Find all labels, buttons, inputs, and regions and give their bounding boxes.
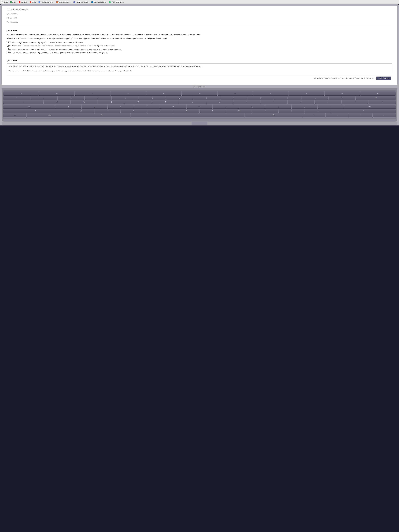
key-f7[interactable]: F7 [253,91,288,95]
key-6[interactable]: ^6 [166,96,193,100]
key-f6[interactable]: F6 [218,91,253,95]
key-f3[interactable]: F3 [110,91,146,95]
key-x[interactable]: X [95,109,120,113]
key-m[interactable]: M [226,109,252,113]
q4-checkbox-c[interactable] [7,48,9,50]
tab-import[interactable]: This is the Import... [108,1,124,3]
q4-option-a[interactable]: A. When a single force acts on a moving … [7,41,392,44]
key-u[interactable]: U [206,100,233,104]
q4-checkbox-a[interactable] [7,42,9,43]
key-e[interactable]: E [98,100,125,104]
apps-tab[interactable]: Apps [1,1,8,3]
key-q[interactable]: Q [44,100,70,104]
key-i[interactable]: I [233,100,260,104]
key-return[interactable]: return [344,105,396,108]
key-f10[interactable]: F10 [360,91,396,95]
key-ctrl[interactable]: ctrl [3,113,26,117]
qwerty-key-row: ⇥ Q W E R T Y U I O P {[ }] |\ [3,100,396,104]
key-caps[interactable]: caps [3,105,55,108]
student-a-radio[interactable] [7,13,9,15]
key-minus[interactable]: _- [302,96,328,100]
key-f1[interactable]: F1 [39,91,74,95]
q4-option-c[interactable]: C. When a single force acts on a moving … [7,48,392,51]
key-a[interactable]: A [55,105,81,108]
key-v[interactable]: V [147,109,173,113]
key-backspace[interactable]: ⌫ [356,96,396,100]
key-lbracket[interactable]: {[ [315,100,341,104]
q4-checkbox-b[interactable] [7,45,9,47]
key-comma[interactable]: <, [252,109,278,113]
key-2[interactable]: @2 [58,96,84,100]
student-b-option[interactable]: Student B [7,17,392,19]
student-c-option[interactable]: Student C [7,21,392,24]
key-command-right[interactable]: ⌘command [245,113,302,117]
tab-maps[interactable]: Maps [9,1,17,3]
key-8[interactable]: *8 [220,96,247,100]
key-3[interactable]: #3 [85,96,111,100]
key-l[interactable]: L [265,105,291,108]
key-equals[interactable]: += [329,96,355,100]
key-n[interactable]: N [200,109,226,113]
key-y[interactable]: Y [179,100,206,104]
key-shift-right[interactable]: ⇧ [331,109,396,113]
key-s[interactable]: S [82,105,108,108]
key-tilde[interactable]: ~` [3,96,30,100]
key-f5[interactable]: F5 [182,91,217,95]
key-f9[interactable]: F9 [325,91,360,95]
key-esc[interactable]: esc [3,91,39,95]
student-a-option[interactable]: Student A [7,13,392,15]
key-w[interactable]: W [71,100,97,104]
key-c[interactable]: C [121,109,147,113]
key-shift-left[interactable]: ⇧ [3,109,68,113]
tab-youtube[interactable]: YouTube [18,1,27,3]
student-c-radio[interactable] [7,21,9,23]
question-5-box: Your job, on these extension activities,… [7,63,392,74]
key-quote[interactable]: "' [318,105,344,108]
tab-gmail[interactable]: Gmail [29,1,37,3]
key-1[interactable]: !1 [31,96,57,100]
key-arrow-left[interactable]: ← [326,113,349,117]
q4-option-b[interactable]: B. When a single force acts on a moving … [7,44,392,47]
key-z[interactable]: Z [68,109,94,113]
key-o[interactable]: O [260,100,287,104]
key-rbracket[interactable]: }] [342,100,368,104]
key-f2[interactable]: F2 [75,91,110,95]
tab-sql[interactable]: SQL Participation... [91,1,107,3]
key-k[interactable]: K [239,105,265,108]
key-t[interactable]: T [152,100,179,104]
tab-andrew[interactable]: Andrew Yang on t... [38,1,54,3]
key-5[interactable]: %5 [139,96,166,100]
key-g[interactable]: G [160,105,186,108]
key-4[interactable]: $4 [112,96,138,100]
trackpad[interactable] [192,122,207,125]
key-ctrl-right[interactable]: ⌃ [302,113,325,117]
tab-type[interactable]: Type IPA phonetic... [73,1,89,3]
key-option[interactable]: option [27,113,73,117]
key-9[interactable]: (9 [247,96,274,100]
key-space[interactable] [131,113,245,117]
key-tab[interactable]: ⇥ [3,100,43,104]
key-b[interactable]: B [173,109,199,113]
key-0[interactable]: )0 [274,96,301,100]
key-h[interactable]: H [187,105,212,108]
key-arrow-updown[interactable]: ↑ ↓ [349,113,372,117]
key-7[interactable]: &7 [193,96,220,100]
key-f[interactable]: Ffn [134,105,160,108]
q4-checkbox-d[interactable] [7,52,9,53]
key-slash[interactable]: ?/ [305,109,331,113]
key-j[interactable]: J [213,105,239,108]
key-d[interactable]: D [108,105,134,108]
key-arrow-right[interactable]: → [373,113,396,117]
key-command-left[interactable]: ⌘command [73,113,130,117]
key-f8[interactable]: F8 [289,91,324,95]
key-period[interactable]: >. [279,109,304,113]
key-p[interactable]: P [288,100,314,104]
key-semicolon[interactable]: :; [291,105,317,108]
save-all-button[interactable]: Save All Answe [376,76,391,80]
student-b-radio[interactable] [7,17,9,19]
q4-option-d[interactable]: D. If the KE of a moving object is stayi… [7,51,392,54]
tab-remote[interactable]: Remote Desktop... [56,1,71,3]
key-r[interactable]: R [125,100,152,104]
key-backslash[interactable]: |\ [369,100,396,104]
key-f4[interactable]: F4 [146,91,181,95]
